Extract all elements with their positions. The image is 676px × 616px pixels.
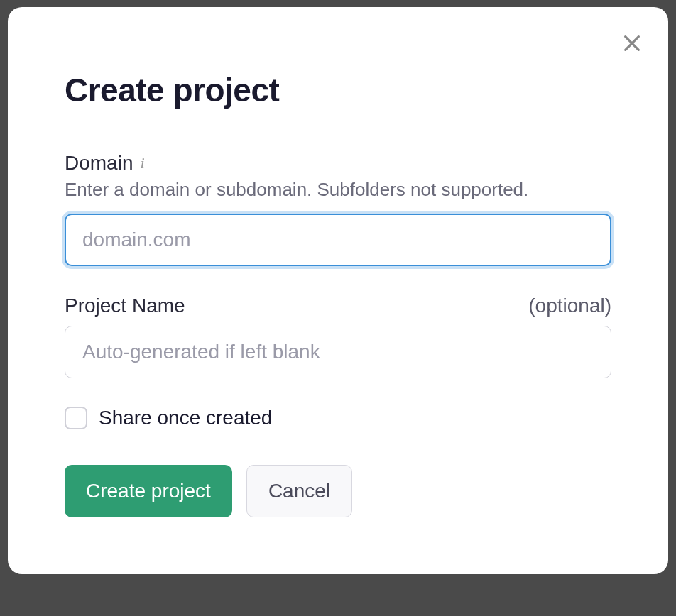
project-name-group: Project Name (optional): [65, 295, 611, 378]
optional-label: (optional): [528, 295, 611, 317]
create-project-button[interactable]: Create project: [65, 465, 232, 517]
info-icon[interactable]: i: [140, 154, 144, 172]
create-project-modal: Create project Domain i Enter a domain o…: [8, 7, 668, 574]
share-checkbox-row: Share once created: [65, 407, 611, 429]
project-name-input[interactable]: [65, 326, 611, 378]
domain-group: Domain i Enter a domain or subdomain. Su…: [65, 152, 611, 266]
project-name-label: Project Name: [65, 295, 185, 317]
button-row: Create project Cancel: [65, 465, 611, 517]
domain-input[interactable]: [65, 214, 611, 266]
share-checkbox-label: Share once created: [99, 407, 272, 429]
domain-label: Domain: [65, 152, 133, 175]
close-button[interactable]: [621, 32, 643, 55]
cancel-button[interactable]: Cancel: [246, 465, 352, 517]
share-checkbox[interactable]: [65, 407, 87, 429]
modal-title: Create project: [65, 71, 611, 109]
domain-help-text: Enter a domain or subdomain. Subfolders …: [65, 179, 611, 201]
close-icon: [621, 32, 643, 55]
